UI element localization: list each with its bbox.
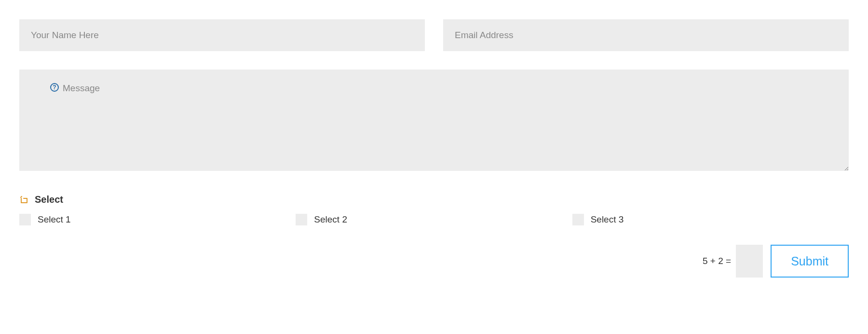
expand-icon (19, 195, 29, 205)
checkbox-label: Select 2 (314, 214, 347, 225)
checkbox-box[interactable] (296, 214, 307, 225)
select-header: Select (19, 194, 849, 205)
checkbox-label: Select 1 (38, 214, 71, 225)
help-icon[interactable]: ? (50, 83, 59, 92)
submit-button[interactable]: Submit (771, 245, 849, 278)
message-textarea[interactable] (19, 70, 849, 171)
checkbox-box[interactable] (19, 214, 31, 225)
checkbox-item-3[interactable]: Select 3 (572, 214, 849, 225)
checkbox-label: Select 3 (591, 214, 624, 225)
message-wrapper: ? (19, 70, 849, 173)
select-title: Select (35, 194, 63, 205)
name-input[interactable] (19, 19, 425, 51)
submit-row: 5 + 2 = Submit (19, 245, 849, 278)
checkbox-group: Select 1 Select 2 Select 3 (19, 214, 849, 225)
form-row-top (19, 19, 849, 51)
contact-form: ? Select Select 1 Select 2 (19, 19, 849, 278)
select-section: Select Select 1 Select 2 Select 3 (19, 194, 849, 225)
checkbox-item-2[interactable]: Select 2 (296, 214, 572, 225)
checkbox-item-1[interactable]: Select 1 (19, 214, 296, 225)
captcha-wrapper: 5 + 2 = (703, 245, 763, 278)
checkbox-box[interactable] (572, 214, 584, 225)
email-input[interactable] (443, 19, 849, 51)
captcha-input[interactable] (736, 245, 763, 278)
captcha-question: 5 + 2 = (703, 256, 731, 266)
